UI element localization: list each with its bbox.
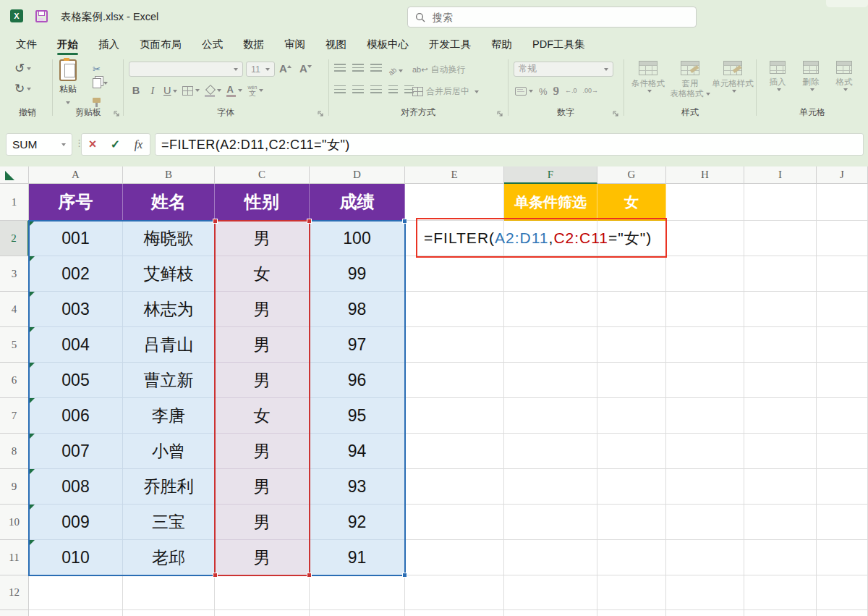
cell[interactable] [666,505,744,540]
cell-score[interactable]: 93 [310,469,405,505]
cell[interactable] [817,363,868,398]
tab-help[interactable]: 帮助 [481,35,522,56]
orientation-button[interactable]: ab [388,64,403,77]
cell[interactable] [817,398,868,434]
paste-button[interactable]: 粘贴 [59,59,77,109]
decrease-font-button[interactable]: A [299,62,312,75]
enter-icon[interactable]: ✓ [111,138,120,151]
cell[interactable] [405,540,504,575]
cell-styles-button[interactable]: 单元格样式 [712,61,754,93]
dialog-launcher-icon[interactable] [317,110,324,117]
cell[interactable] [310,575,405,610]
cell[interactable] [597,610,666,616]
column-header-j[interactable]: J [817,166,868,184]
dialog-launcher-icon[interactable] [496,110,503,117]
cell[interactable] [123,575,215,610]
cell[interactable] [744,398,817,434]
cell[interactable] [405,575,504,610]
cell-serial[interactable]: 005 [29,363,123,398]
cell-score[interactable]: 98 [310,292,405,327]
cell-score[interactable]: 91 [310,540,405,575]
cell[interactable] [405,610,504,616]
row-header-9[interactable]: 9 [0,469,29,505]
row-header-12[interactable]: 12 [0,575,29,610]
cell-gender[interactable]: 男 [215,292,310,327]
copy-button[interactable] [93,78,108,88]
cell[interactable] [666,221,744,256]
cell[interactable] [504,363,597,398]
row-header-4[interactable]: 4 [0,292,29,327]
cell[interactable] [597,292,666,327]
tab-view[interactable]: 视图 [315,35,357,56]
italic-button[interactable]: I [147,85,158,97]
cell-serial[interactable]: 006 [29,398,123,434]
cell-serial[interactable]: 010 [29,540,123,575]
cell[interactable] [29,575,123,610]
dialog-launcher-icon[interactable] [113,110,120,117]
cell[interactable] [666,184,744,221]
cell[interactable] [744,221,817,256]
cell-name[interactable]: 三宝 [123,505,215,540]
cell[interactable] [504,398,597,434]
filter-label-cell[interactable]: 单条件筛选 [504,184,597,221]
tab-home[interactable]: 开始 [47,35,88,56]
redo-button[interactable]: ↻ [14,83,31,95]
cell[interactable] [744,575,817,610]
cell[interactable] [597,363,666,398]
align-top-icon[interactable] [334,64,346,72]
increase-decimal-button[interactable]: ←.0 [565,88,577,95]
cell[interactable] [123,610,215,616]
cell-score[interactable]: 94 [310,434,405,469]
column-header-i[interactable]: I [744,166,817,184]
cell[interactable] [310,610,405,616]
cancel-icon[interactable]: × [89,137,97,152]
percent-button[interactable]: % [539,86,548,97]
format-cells-button[interactable]: 格式 [829,61,859,91]
underline-button[interactable]: U [163,84,177,97]
cell[interactable] [597,469,666,505]
cell[interactable] [504,434,597,469]
header-cell-gender[interactable]: 性别 [215,184,310,221]
cell[interactable] [666,292,744,327]
cell[interactable] [597,575,666,610]
cell[interactable] [744,292,817,327]
cell-serial[interactable]: 004 [29,327,123,363]
cell[interactable] [504,505,597,540]
cell[interactable] [597,221,666,256]
cell[interactable] [504,540,597,575]
fill-color-button[interactable] [205,85,221,96]
tab-page-layout[interactable]: 页面布局 [129,35,192,56]
cut-button[interactable]: ✂ [93,62,101,75]
cell[interactable] [666,327,744,363]
header-cell-serial[interactable]: 序号 [29,184,123,221]
cell[interactable] [666,469,744,505]
cell-gender[interactable]: 男 [215,363,310,398]
cell[interactable] [817,505,868,540]
cell-serial[interactable]: 002 [29,256,123,292]
row-header-6[interactable]: 6 [0,363,29,398]
cell[interactable] [405,256,504,292]
select-all-corner[interactable] [0,166,29,184]
cell-score[interactable]: 99 [310,256,405,292]
cell[interactable] [666,363,744,398]
header-cell-name[interactable]: 姓名 [123,184,215,221]
comma-style-button[interactable]: 9 [553,84,560,98]
merge-center-button[interactable]: 合并后居中 [412,85,479,98]
cell-name[interactable]: 老邱 [123,540,215,575]
format-painter-button[interactable] [93,93,101,106]
cell[interactable] [666,398,744,434]
cell-score[interactable]: 97 [310,327,405,363]
cell-gender[interactable]: 男 [215,434,310,469]
cell[interactable] [817,434,868,469]
delete-cells-button[interactable]: 删除 [796,61,826,91]
column-header-c[interactable]: C [215,166,310,184]
row-header-5[interactable]: 5 [0,327,29,363]
tab-formulas[interactable]: 公式 [192,35,233,56]
cell-name[interactable]: 李唐 [123,398,215,434]
cell[interactable] [405,398,504,434]
cell[interactable] [666,434,744,469]
tab-template-center[interactable]: 模板中心 [357,35,419,56]
column-header-b[interactable]: B [123,166,215,184]
cell[interactable] [215,575,310,610]
cell-score[interactable]: 100 [310,221,405,256]
